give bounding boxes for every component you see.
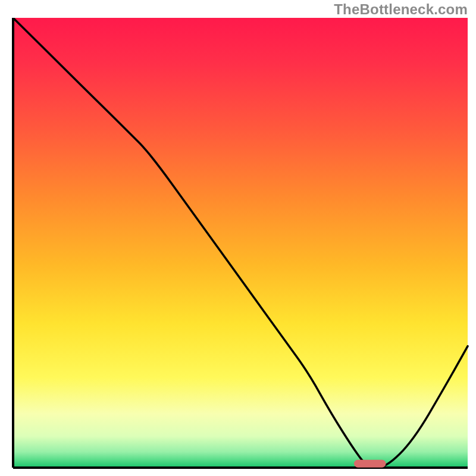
- plot-area: [11, 18, 469, 470]
- chart-frame: TheBottleneck.com: [0, 0, 476, 476]
- watermark-text: TheBottleneck.com: [334, 1, 468, 18]
- chart-svg: [11, 18, 469, 470]
- optimal-marker: [354, 460, 386, 468]
